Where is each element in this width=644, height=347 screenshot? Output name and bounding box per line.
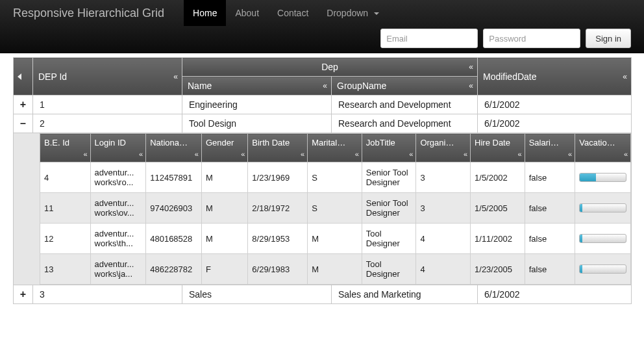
email-field[interactable] — [380, 29, 478, 48]
parent-row: + 3 Sales Sales and Marketing 6/1/2002 — [14, 285, 632, 304]
cell-hire: 1/5/2002 — [471, 162, 525, 193]
cell-sal: false — [525, 162, 575, 193]
ch-vac[interactable]: Vacation...« — [575, 134, 631, 162]
collapse-icon[interactable]: « — [469, 62, 473, 71]
header-modified[interactable]: ModifiedDate « — [478, 58, 632, 96]
cell-org: 3 — [416, 162, 471, 193]
collapse-button[interactable]: – — [14, 114, 33, 133]
cell-birth: 6/29/1983 — [248, 254, 308, 285]
cell-group: Research and Development — [332, 96, 478, 114]
signin-button[interactable]: Sign in — [586, 29, 631, 48]
header-groupname-label: GroupName — [337, 81, 386, 91]
expand-button[interactable]: + — [14, 285, 33, 304]
triangle-left-icon — [18, 73, 21, 80]
collapse-icon[interactable]: « — [83, 150, 87, 158]
nav-about[interactable]: About — [226, 0, 268, 26]
ch-org[interactable]: Organiza... Level« — [416, 134, 471, 162]
cell-login: adventur... works\ja... — [90, 254, 146, 285]
collapse-icon[interactable]: « — [195, 150, 199, 158]
ch-hire[interactable]: Hire Date« — [471, 134, 525, 162]
collapse-icon[interactable]: « — [139, 150, 143, 158]
cell-marital: S — [308, 193, 362, 224]
cell-birth: 8/29/1953 — [248, 224, 308, 254]
parent-grid: DEP Id « Dep « ModifiedDate « Name « Gro… — [13, 57, 632, 304]
cell-be-id: 13 — [40, 254, 91, 285]
cell-dep-id: 2 — [33, 114, 182, 133]
header-name-label: Name — [188, 81, 212, 91]
cell-gender: M — [201, 224, 247, 254]
header-dep-id[interactable]: DEP Id « — [33, 58, 182, 96]
password-field[interactable] — [483, 29, 580, 48]
child-row: 12adventur... works\th...480168528M8/29/… — [40, 224, 631, 254]
expand-column-header[interactable] — [14, 58, 33, 96]
expand-button[interactable]: + — [14, 96, 33, 114]
collapse-icon[interactable]: « — [241, 150, 245, 158]
nav-contact[interactable]: Contact — [268, 0, 317, 26]
header-dep-group-label: Dep — [321, 62, 338, 72]
progress-bar — [579, 203, 626, 212]
child-row: 11adventur... works\ov...974026903M2/18/… — [40, 193, 631, 224]
cell-modified: 6/1/2002 — [478, 114, 632, 133]
collapse-icon[interactable]: « — [301, 150, 304, 158]
nav-dropdown[interactable]: Dropdown — [317, 0, 388, 26]
cell-gender: M — [201, 162, 247, 193]
child-grid: B.E. Id« Login ID« National ID Num« Gend… — [40, 133, 631, 285]
progress-bar — [579, 264, 626, 274]
collapse-icon[interactable]: « — [409, 150, 413, 158]
collapse-icon[interactable]: « — [518, 150, 522, 158]
cell-nat: 480168528 — [146, 224, 202, 254]
ch-marital[interactable]: MaritalSt...« — [308, 134, 362, 162]
cell-group: Research and Development — [332, 114, 478, 133]
cell-login: adventur... works\ro... — [90, 162, 146, 193]
header-dep-group[interactable]: Dep « — [182, 58, 478, 77]
ch-gender[interactable]: Gender« — [201, 134, 247, 162]
nav-home[interactable]: Home — [184, 0, 226, 26]
collapse-icon[interactable]: « — [323, 81, 327, 90]
chevron-down-icon — [374, 12, 379, 15]
cell-hire: 1/11/2002 — [471, 224, 525, 254]
collapse-icon[interactable]: « — [469, 81, 473, 90]
collapse-icon[interactable]: « — [623, 72, 627, 81]
collapse-icon[interactable]: « — [355, 150, 359, 158]
collapse-icon[interactable]: « — [624, 150, 628, 158]
cell-gender: M — [201, 193, 247, 224]
ch-nat[interactable]: National ID Num« — [146, 134, 202, 162]
collapse-icon[interactable]: « — [173, 72, 178, 81]
ch-job[interactable]: JobTitle« — [362, 134, 416, 162]
cell-marital: M — [308, 224, 362, 254]
ch-sal[interactable]: Salaried Flag« — [525, 134, 575, 162]
header-dep-id-label: DEP Id — [38, 71, 67, 82]
child-row-container: B.E. Id« Login ID« National ID Num« Gend… — [14, 133, 632, 285]
cell-be-id: 12 — [40, 224, 91, 254]
cell-marital: S — [308, 162, 362, 193]
cell-login: adventur... works\ov... — [90, 193, 146, 224]
cell-be-id: 4 — [40, 162, 91, 193]
nav-dropdown-label: Dropdown — [327, 8, 368, 18]
ch-be-id[interactable]: B.E. Id« — [40, 134, 91, 162]
cell-vacation — [575, 224, 631, 254]
cell-gender: F — [201, 254, 247, 285]
navbar: Responsive Hierarchical Grid Home About … — [0, 0, 644, 53]
cell-nat: 486228782 — [146, 254, 202, 285]
cell-modified: 6/1/2002 — [478, 96, 632, 114]
ch-birth[interactable]: Birth Date« — [248, 134, 308, 162]
progress-bar — [579, 173, 626, 182]
cell-sal: false — [525, 224, 575, 254]
cell-dep-id: 3 — [33, 285, 182, 304]
header-name[interactable]: Name « — [182, 77, 332, 96]
parent-row: – 2 Tool Design Research and Development… — [14, 114, 632, 133]
parent-row: + 1 Engineering Research and Development… — [14, 96, 632, 114]
cell-be-id: 11 — [40, 193, 91, 224]
cell-vacation — [575, 162, 631, 193]
collapse-icon[interactable]: « — [568, 150, 572, 158]
cell-vacation — [575, 193, 631, 224]
cell-org: 4 — [416, 254, 471, 285]
header-groupname[interactable]: GroupName « — [332, 77, 478, 96]
cell-nat: 112457891 — [146, 162, 202, 193]
cell-birth: 2/18/1972 — [248, 193, 308, 224]
child-row: 4adventur... works\ro...112457891M1/23/1… — [40, 162, 631, 193]
collapse-icon[interactable]: « — [464, 150, 467, 158]
cell-dep-id: 1 — [33, 96, 182, 114]
ch-login[interactable]: Login ID« — [90, 134, 146, 162]
cell-job: Senior Tool Designer — [362, 193, 416, 224]
